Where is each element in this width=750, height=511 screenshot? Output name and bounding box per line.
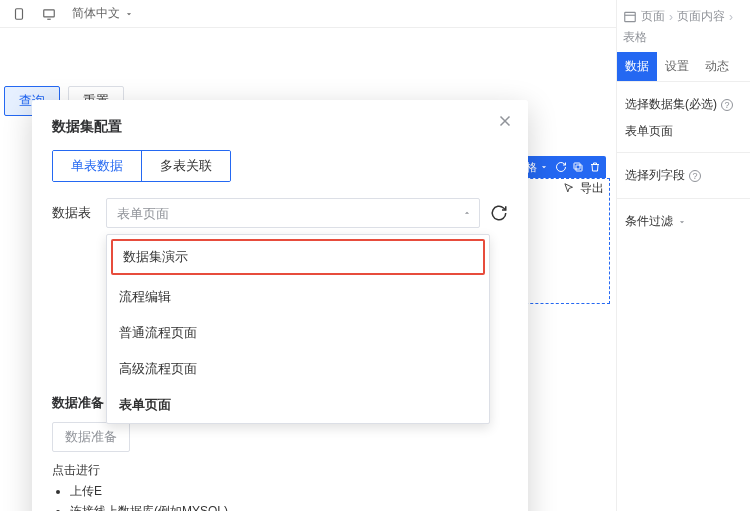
export-chip[interactable]: 导出 bbox=[562, 180, 604, 197]
crumb-page[interactable]: 页面 bbox=[641, 8, 665, 25]
tab-dynamic[interactable]: 动态 bbox=[697, 52, 737, 81]
svg-rect-0 bbox=[16, 8, 23, 19]
help-icon[interactable]: ? bbox=[689, 170, 701, 182]
select-dataset-text: 选择数据集(必选) bbox=[625, 96, 717, 113]
dropdown-option[interactable]: 流程编辑 bbox=[107, 279, 489, 315]
table-label: 数据表 bbox=[52, 204, 96, 222]
prep-hint: 点击进行 bbox=[52, 462, 508, 479]
caret-up-icon bbox=[462, 208, 472, 218]
dropdown-option[interactable]: 数据集演示 bbox=[111, 239, 485, 275]
table-dropdown: 数据集演示 流程编辑 普通流程页面 高级流程页面 表单页面 bbox=[106, 234, 490, 424]
filter-text: 条件过滤 bbox=[625, 213, 673, 230]
tab-multi-table[interactable]: 多表关联 bbox=[141, 151, 230, 181]
device-icon bbox=[12, 7, 26, 21]
svg-rect-4 bbox=[625, 12, 636, 21]
refresh-icon[interactable] bbox=[555, 161, 567, 173]
select-dataset-label: 选择数据集(必选) ? bbox=[617, 82, 750, 119]
list-item: 上传E bbox=[70, 483, 508, 500]
tab-settings[interactable]: 设置 bbox=[657, 52, 697, 81]
select-column-label: 选择列字段 ? bbox=[617, 153, 750, 190]
table-input[interactable] bbox=[106, 198, 480, 228]
desktop-icon bbox=[42, 7, 56, 21]
export-label: 导出 bbox=[580, 180, 604, 197]
help-icon[interactable]: ? bbox=[721, 99, 733, 111]
crumb-table[interactable]: 表格 bbox=[623, 29, 647, 46]
table-combobox[interactable] bbox=[106, 198, 480, 228]
svg-rect-1 bbox=[44, 9, 55, 16]
modal-title: 数据集配置 bbox=[52, 118, 508, 136]
filter-label: 条件过滤 bbox=[617, 199, 750, 236]
mode-tabs: 单表数据 多表关联 bbox=[52, 150, 231, 182]
copy-icon[interactable] bbox=[572, 161, 584, 173]
chevron-down-icon bbox=[124, 9, 134, 19]
inspector-tabs: 数据 设置 动态 bbox=[617, 52, 750, 82]
list-item: 连接线上数据库(例如MYSQL) bbox=[70, 503, 508, 511]
language-selector[interactable]: 简体中文 bbox=[72, 5, 134, 22]
inspector-panel: 页面 › 页面内容 › 表格 数据 设置 动态 选择数据集(必选) ? 表单页面… bbox=[616, 0, 750, 511]
select-column-text: 选择列字段 bbox=[625, 167, 685, 184]
svg-rect-2 bbox=[576, 165, 582, 171]
refresh-button[interactable] bbox=[490, 204, 508, 222]
layout-icon bbox=[623, 10, 637, 24]
tab-data[interactable]: 数据 bbox=[617, 52, 657, 81]
cursor-icon bbox=[562, 182, 576, 196]
breadcrumb: 页面 › 页面内容 › 表格 bbox=[617, 0, 750, 52]
chevron-down-icon bbox=[539, 162, 549, 172]
dropdown-option[interactable]: 普通流程页面 bbox=[107, 315, 489, 351]
language-label: 简体中文 bbox=[72, 5, 120, 22]
chevron-down-icon[interactable] bbox=[677, 217, 687, 227]
tab-single-table[interactable]: 单表数据 bbox=[53, 151, 141, 181]
svg-rect-3 bbox=[574, 163, 580, 169]
dropdown-option[interactable]: 表单页面 bbox=[107, 387, 489, 423]
prep-bullet-list: 上传E 连接线上数据库(例如MYSQL) 将这些数据进行融合再加工，用于报表制作 bbox=[70, 483, 508, 511]
dataset-value[interactable]: 表单页面 bbox=[617, 119, 750, 152]
dropdown-option[interactable]: 高级流程页面 bbox=[107, 351, 489, 387]
prep-button[interactable]: 数据准备 bbox=[52, 422, 130, 452]
close-button[interactable] bbox=[496, 112, 514, 130]
delete-icon[interactable] bbox=[589, 161, 601, 173]
crumb-sep: › bbox=[729, 10, 733, 24]
table-select-row: 数据表 bbox=[52, 198, 508, 228]
crumb-page-content[interactable]: 页面内容 bbox=[677, 8, 725, 25]
dataset-config-modal: 数据集配置 单表数据 多表关联 数据表 数据集演示 流程编辑 普通流程页面 高级… bbox=[32, 100, 528, 511]
selection-toolbar bbox=[550, 156, 606, 178]
crumb-sep: › bbox=[669, 10, 673, 24]
